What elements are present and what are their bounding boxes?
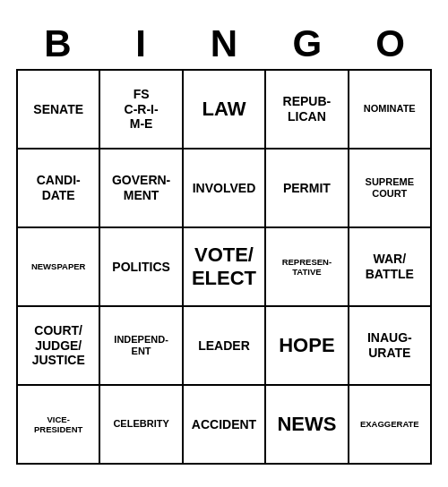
bingo-cell-9: SUPREMECOURT — [349, 150, 432, 228]
cell-text-19: INAUG-URATE — [367, 330, 412, 361]
bingo-cell-11: POLITICS — [100, 228, 183, 307]
bingo-cell-1: FSC-R-I-M-E — [100, 71, 183, 150]
bingo-card: BINGO SENATEFSC-R-I-M-ELAWREPUB-LICANNOM… — [9, 15, 439, 472]
bingo-grid: SENATEFSC-R-I-M-ELAWREPUB-LICANNOMINATEC… — [16, 69, 432, 465]
bingo-cell-17: LEADER — [184, 307, 266, 386]
bingo-cell-16: INDEPEND-ENT — [100, 307, 183, 386]
bingo-cell-8: PERMIT — [266, 150, 349, 228]
cell-text-2: LAW — [202, 98, 246, 121]
cell-text-21: CELEBRITY — [113, 418, 168, 430]
bingo-cell-19: INAUG-URATE — [349, 307, 432, 386]
cell-text-8: PERMIT — [283, 181, 331, 196]
bingo-cell-7: INVOLVED — [184, 150, 266, 228]
cell-text-22: ACCIDENT — [192, 417, 256, 432]
cell-text-24: EXAGGERATE — [360, 419, 419, 429]
cell-text-17: LEADER — [198, 338, 250, 354]
cell-text-15: COURT/JUDGE/JUSTICE — [32, 323, 85, 368]
bingo-cell-12: VOTE/ELECT — [184, 228, 266, 307]
bingo-cell-18: HOPE — [266, 307, 349, 386]
bingo-cell-5: CANDI-DATE — [18, 150, 100, 228]
title-letter-B: B — [18, 22, 97, 65]
bingo-cell-24: EXAGGERATE — [349, 386, 432, 465]
cell-text-20: VICE-PRESIDENT — [34, 414, 82, 435]
cell-text-11: POLITICS — [112, 260, 170, 275]
title-letter-O: O — [351, 22, 430, 65]
cell-text-18: HOPE — [279, 334, 334, 357]
cell-text-5: CANDI-DATE — [37, 173, 81, 203]
bingo-cell-20: VICE-PRESIDENT — [18, 386, 100, 465]
cell-text-7: INVOLVED — [193, 181, 256, 196]
title-letter-N: N — [185, 22, 263, 65]
bingo-cell-3: REPUB-LICAN — [266, 71, 349, 150]
title-letter-I: I — [101, 22, 180, 65]
bingo-cell-2: LAW — [184, 71, 266, 150]
bingo-cell-13: REPRESEN-TATIVE — [266, 228, 349, 307]
bingo-cell-21: CELEBRITY — [100, 386, 183, 465]
cell-text-0: SENATE — [33, 102, 83, 117]
bingo-cell-22: ACCIDENT — [184, 386, 266, 465]
cell-text-14: WAR/BATTLE — [366, 252, 414, 282]
cell-text-4: NOMINATE — [364, 103, 416, 115]
title-letter-G: G — [268, 22, 347, 65]
bingo-cell-15: COURT/JUDGE/JUSTICE — [18, 307, 100, 386]
bingo-cell-6: GOVERN-MENT — [100, 150, 183, 228]
cell-text-3: REPUB-LICAN — [283, 94, 332, 124]
cell-text-23: NEWS — [277, 413, 336, 436]
cell-text-1: FSC-R-I-M-E — [125, 87, 159, 132]
cell-text-6: GOVERN-MENT — [112, 173, 170, 203]
cell-text-16: INDEPEND-ENT — [114, 334, 168, 357]
cell-text-10: NEWSPAPER — [31, 261, 86, 271]
bingo-cell-23: NEWS — [266, 386, 349, 465]
cell-text-12: VOTE/ELECT — [192, 244, 256, 291]
bingo-cell-4: NOMINATE — [349, 71, 432, 150]
bingo-title: BINGO — [16, 22, 432, 65]
bingo-cell-10: NEWSPAPER — [18, 228, 100, 307]
cell-text-9: SUPREMECOURT — [366, 176, 414, 200]
bingo-cell-0: SENATE — [18, 71, 100, 150]
cell-text-13: REPRESEN-TATIVE — [282, 257, 332, 278]
bingo-cell-14: WAR/BATTLE — [349, 228, 432, 307]
